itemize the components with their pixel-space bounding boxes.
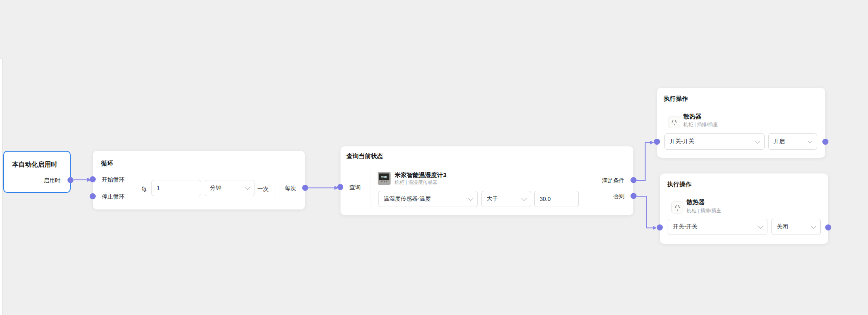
switch-value-dropdown[interactable]: 关闭 [771,219,821,235]
chevron-down-icon [758,224,763,229]
port-label-stop-loop: 停止循环 [102,193,124,200]
chevron-down-icon [245,185,250,190]
chevron-down-icon [521,196,527,201]
node-action-off[interactable]: 执行操作 散热器 机柜 | 插排/插座 开关-开关 关闭 [660,173,828,244]
property-value: 温湿度传感器-温度 [384,195,431,203]
port-label-otherwise: 否则 [613,192,624,200]
output-port-action-off[interactable] [825,224,831,230]
once-label: 一次 [257,185,269,192]
chevron-down-icon [755,138,760,144]
node-title: 执行操作 [667,181,691,188]
node-title: 查询当前状态 [347,152,383,160]
temp-humidity-sensor-icon: 230 [378,172,391,185]
left-panel-edge [0,59,2,315]
device-location: 机柜 | 温湿度传感器 [395,180,437,185]
port-label-query: 查询 [349,184,361,191]
operator-value: 大于 [487,195,498,203]
device-name: 散热器 [687,199,705,206]
chevron-down-icon [807,138,813,144]
input-port-query[interactable] [337,184,343,190]
property-dropdown[interactable]: 温湿度传感器-温度 [378,191,478,207]
chevron-down-icon [811,224,816,229]
input-port-stop-loop[interactable] [90,193,96,199]
divider [275,177,275,201]
wire-condition-false-to-action-off [637,197,654,228]
smart-plug-icon [668,116,680,128]
port-label-each-time: 每次 [285,184,296,192]
output-port-enabled[interactable] [67,177,74,183]
output-port-action-on[interactable] [822,139,828,145]
device-location: 机柜 | 插排/插座 [683,122,718,127]
port-label-enabled: 启用时 [44,177,61,184]
interval-value-input[interactable] [151,180,201,196]
function-dropdown[interactable]: 开关-开关 [664,133,765,150]
input-port-action-on[interactable] [654,139,660,145]
operator-dropdown[interactable]: 大于 [481,191,531,207]
switch-value-dropdown[interactable]: 开启 [768,133,817,150]
automation-flow-canvas[interactable]: 本自动化启用时 启用时 循环 开始循环 停止循环 每 分钟 一次 每次 查询当前… [0,0,868,315]
switch-value: 开启 [773,138,785,145]
output-port-each-time[interactable] [302,185,308,191]
threshold-input[interactable] [534,191,579,207]
wire-condition-true-to-action-on [637,143,651,181]
function-value: 开关-开关 [673,223,698,230]
every-label: 每 [141,185,147,192]
node-action-on[interactable]: 执行操作 散热器 机柜 | 插排/插座 开关-开关 开启 [657,88,825,158]
switch-value: 关闭 [777,223,788,230]
output-port-otherwise[interactable] [631,193,637,199]
chevron-down-icon [468,196,473,201]
node-query-state[interactable]: 查询当前状态 查询 230 米家智能温湿度计3 机柜 | 温湿度传感器 温湿度传… [340,146,633,215]
input-port-action-off[interactable] [657,224,663,230]
input-port-start-loop[interactable] [90,176,96,182]
node-title: 本自动化启用时 [12,161,57,168]
port-label-condition-met: 满足条件 [602,177,624,184]
function-dropdown[interactable]: 开关-开关 [668,219,767,235]
divider [136,175,136,203]
smart-plug-icon [671,201,683,214]
divider [370,171,370,207]
device-location: 机柜 | 插排/插座 [687,208,721,214]
output-port-condition-met[interactable] [631,177,637,183]
interval-unit-dropdown[interactable]: 分钟 [205,180,254,196]
node-title: 循环 [101,160,113,167]
node-trigger[interactable]: 本自动化启用时 启用时 [3,151,71,193]
device-name: 散热器 [683,113,702,120]
function-value: 开关-开关 [670,138,694,145]
node-loop[interactable]: 循环 开始循环 停止循环 每 分钟 一次 每次 [93,151,305,209]
device-name: 米家智能温湿度计3 [395,171,446,179]
node-title: 执行操作 [664,95,688,102]
sensor-icon-display: 230 [379,173,389,180]
port-label-start-loop: 开始循环 [102,176,124,183]
interval-unit-value: 分钟 [210,184,221,192]
